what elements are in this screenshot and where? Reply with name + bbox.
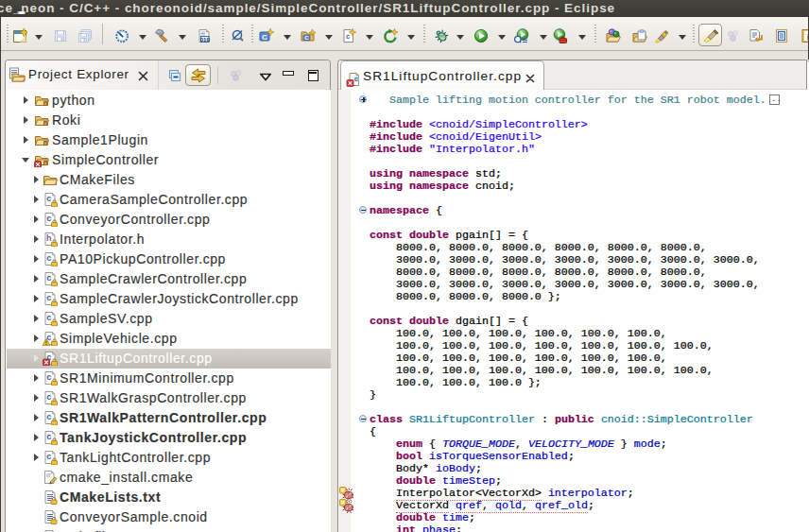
svg-text:c: c: [46, 313, 52, 322]
svg-text:C: C: [304, 35, 309, 41]
svg-text:c: c: [46, 293, 52, 302]
svg-text:c: c: [354, 75, 359, 83]
svg-text:C: C: [262, 33, 267, 42]
svg-text:010: 010: [200, 36, 211, 43]
svg-text:c: c: [46, 452, 52, 461]
svg-text:c: c: [46, 372, 52, 382]
svg-text:c: c: [346, 32, 350, 41]
svg-text:c: c: [46, 194, 52, 203]
svg-text:c: c: [46, 412, 52, 421]
svg-text:c: c: [46, 392, 52, 402]
svg-text:c: c: [46, 214, 52, 223]
svg-text:c: c: [46, 432, 52, 441]
svg-text:h: h: [46, 233, 52, 243]
svg-text:c: c: [46, 253, 52, 263]
svg-text:c: c: [46, 273, 52, 283]
